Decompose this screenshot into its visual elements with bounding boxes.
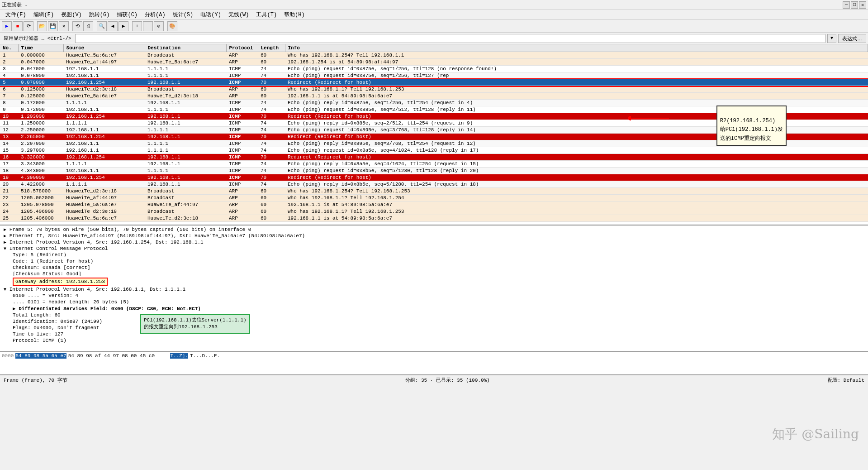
cell-4: ARP	[226, 86, 258, 93]
col-proto[interactable]: Protocol	[226, 44, 258, 52]
cell-3: 1.1.1.1	[145, 127, 226, 134]
table-row[interactable]: 21518.578000HuaweiTe_d2:3e:18BroadcastAR…	[0, 188, 868, 195]
table-row[interactable]: 153.297000192.168.1.11.1.1.1ICMP74Echo (…	[0, 147, 868, 154]
cell-0: 1	[0, 52, 18, 59]
filter-input[interactable]	[75, 34, 825, 43]
menu-item-S[interactable]: 统计(S)	[169, 10, 197, 19]
detail-icmp-label[interactable]: ▼ Internet Control Message Protocol	[2, 245, 866, 252]
restart-btn[interactable]: ⟳	[24, 21, 33, 31]
ip2-item-3[interactable]: Total Length: 60	[11, 312, 866, 318]
cell-5: 60	[258, 188, 285, 195]
menu-item-G[interactable]: 跳转(G)	[85, 10, 114, 19]
detail-frame[interactable]: ▶ Frame 5: 70 bytes on wire (560 bits), …	[2, 226, 866, 233]
ip2-item-1[interactable]: .... 0101 = Header Length: 20 bytes (5)	[11, 299, 866, 305]
save-btn[interactable]: 💾	[48, 21, 58, 31]
print-btn[interactable]: 🖨	[83, 21, 93, 31]
table-row[interactable]: 30.047000192.168.1.11.1.1.1ICMP74Echo (p…	[0, 66, 868, 72]
zoom-out-btn[interactable]: −	[143, 21, 153, 31]
menu-item-F[interactable]: 文件(F)	[2, 10, 30, 19]
cell-5: 60	[258, 93, 285, 100]
start-capture-btn[interactable]: ▶	[2, 21, 12, 31]
stop-capture-btn[interactable]: ■	[13, 21, 23, 31]
table-row[interactable]: 10.000000HuaweiTe_5a:6a:e7BroadcastARP60…	[0, 52, 868, 59]
cell-6: Echo (ping) reply id=0x8b5e, seq=5/1280,…	[285, 181, 868, 188]
cell-0: 16	[0, 154, 18, 161]
back-btn[interactable]: ◀	[108, 21, 118, 31]
detail-ethernet[interactable]: ▶ Ethernet II, Src: HuaweiTe_af:44:97 (5…	[2, 233, 866, 239]
detail-panel[interactable]: ▶ Frame 5: 70 bytes on wire (560 bits), …	[0, 225, 868, 352]
cell-3: HuaweiTe_5a:6a:e7	[145, 59, 226, 66]
open-btn[interactable]: 📂	[37, 21, 47, 31]
table-row[interactable]: 70.125000HuaweiTe_5a:6a:e7HuaweiTe_d2:3e…	[0, 93, 868, 100]
ethernet-expand-arrow[interactable]: ▶	[4, 234, 6, 239]
table-header: No. Time Source Destination Protocol Len…	[0, 44, 868, 52]
maximize-button[interactable]: □	[851, 1, 858, 9]
close-btn[interactable]: ✕	[59, 21, 69, 31]
menu-item-V[interactable]: 视图(V)	[57, 10, 85, 19]
col-time[interactable]: Time	[18, 44, 63, 52]
table-row[interactable]: 40.078000192.168.1.11.1.1.1ICMP74Echo (p…	[0, 72, 868, 79]
table-row[interactable]: 184.343000192.168.1.11.1.1.1ICMP74Echo (…	[0, 168, 868, 174]
cell-4: ICMP	[226, 168, 258, 174]
detail-ip[interactable]: ▶ Internet Protocol Version 4, Src: 192.…	[2, 239, 866, 245]
table-row[interactable]: 60.125000HuaweiTe_d2:3e:18BroadcastARP60…	[0, 86, 868, 93]
cell-3: HuaweiTe_d2:3e:18	[145, 215, 226, 222]
menu-item-A[interactable]: 分析(A)	[141, 10, 169, 19]
ip2-expand-arrow[interactable]: ▼	[4, 287, 6, 292]
cell-0: 8	[0, 100, 18, 106]
icmp-item-3[interactable]: [Checksum Status: Good]	[11, 271, 866, 277]
table-row[interactable]: 20.047000HuaweiTe_af:44:97HuaweiTe_5a:6a…	[0, 59, 868, 66]
ip2-item-0[interactable]: 0100 .... = Version: 4	[11, 293, 866, 299]
table-row[interactable]: 231205.078000HuaweiTe_5a:6a:e7HuaweiTe_a…	[0, 201, 868, 208]
hex-text-rest: T...D...E.	[190, 353, 220, 359]
menu-item-T[interactable]: 工具(T)	[252, 10, 280, 19]
col-src[interactable]: Source	[63, 44, 145, 52]
icmp-item-2[interactable]: Checksum: 0xaada [correct]	[11, 264, 866, 271]
table-row[interactable]: 221205.062000HuaweiTe_af:44:97BroadcastA…	[0, 195, 868, 201]
ip-expand-arrow[interactable]: ▶	[4, 240, 6, 245]
ip2-item-7[interactable]: Protocol: ICMP (1)	[11, 337, 866, 344]
frame-expand-arrow[interactable]: ▶	[4, 227, 6, 232]
cell-0: 15	[0, 147, 18, 154]
table-row[interactable]: 204.4220001.1.1.1192.168.1.1ICMP74Echo (…	[0, 181, 868, 188]
menu-item-E[interactable]: 编辑(E)	[30, 10, 58, 19]
cell-2: 192.168.1.1	[63, 72, 145, 79]
menu-item-C[interactable]: 捕获(C)	[113, 10, 141, 19]
expression-button[interactable]: 表达式…	[838, 34, 866, 43]
find-btn[interactable]: 🔍	[97, 21, 107, 31]
icmp-expand-arrow[interactable]: ▼	[4, 246, 6, 251]
filterbar: 应用显示过滤器 … <Ctrl-/> ▼ 表达式…	[0, 33, 868, 44]
reload-btn[interactable]: ⟲	[72, 21, 82, 31]
forward-btn[interactable]: ▶	[119, 21, 128, 31]
watermark: 知乎 @Sailing	[772, 426, 859, 443]
zoom-normal-btn[interactable]: ⊙	[154, 21, 164, 31]
col-dst[interactable]: Destination	[145, 44, 226, 52]
ip2-item-6[interactable]: Time to live: 127	[11, 331, 866, 337]
table-row[interactable]: 194.390000192.168.1.254192.168.1.1ICMP70…	[0, 174, 868, 181]
ip2-item-4[interactable]: Identification: 0x5e87 (24199)	[11, 318, 866, 325]
zoom-in-btn[interactable]: +	[132, 21, 142, 31]
table-row[interactable]: 241205.406000HuaweiTe_d2:3e:18BroadcastA…	[0, 208, 868, 215]
col-no[interactable]: No.	[0, 44, 18, 52]
icmp-item-1[interactable]: Code: 1 (Redirect for host)	[11, 258, 866, 264]
table-row[interactable]: 251205.406000HuaweiTe_5a:6a:e7HuaweiTe_d…	[0, 215, 868, 222]
menu-item-W[interactable]: 无线(W)	[225, 10, 253, 19]
col-len[interactable]: Length	[258, 44, 285, 52]
icmp-item-0[interactable]: Type: 5 (Redirect)	[11, 252, 866, 258]
table-row[interactable]: 163.328000192.168.1.254192.168.1.1ICMP70…	[0, 154, 868, 161]
table-row[interactable]: 50.078000192.168.1.254192.168.1.1ICMP70R…	[0, 79, 868, 86]
cell-5: 74	[258, 161, 285, 168]
icmp-item-4[interactable]: Gateway address: 192.168.1.253	[11, 277, 866, 286]
ip2-item-2[interactable]: ▶ Differentiated Services Field: 0x00 (D…	[11, 305, 866, 312]
close-button[interactable]: ✕	[859, 1, 866, 9]
filter-dropdown-btn[interactable]: ▼	[827, 34, 836, 43]
annotation-arrow-1	[628, 116, 674, 120]
col-info[interactable]: Info	[285, 44, 868, 52]
colorize-btn[interactable]: 🎨	[167, 21, 177, 31]
menu-item-H[interactable]: 帮助(H)	[280, 10, 308, 19]
table-row[interactable]: 173.3430001.1.1.1192.168.1.1ICMP74Echo (…	[0, 161, 868, 168]
ip2-item-5[interactable]: Flags: 0x4000, Don't fragment	[11, 325, 866, 331]
detail-ip2[interactable]: ▼ Internet Protocol Version 4, Src: 192.…	[2, 286, 866, 293]
minimize-button[interactable]: —	[843, 1, 850, 9]
menu-item-Y[interactable]: 电话(Y)	[197, 10, 225, 19]
